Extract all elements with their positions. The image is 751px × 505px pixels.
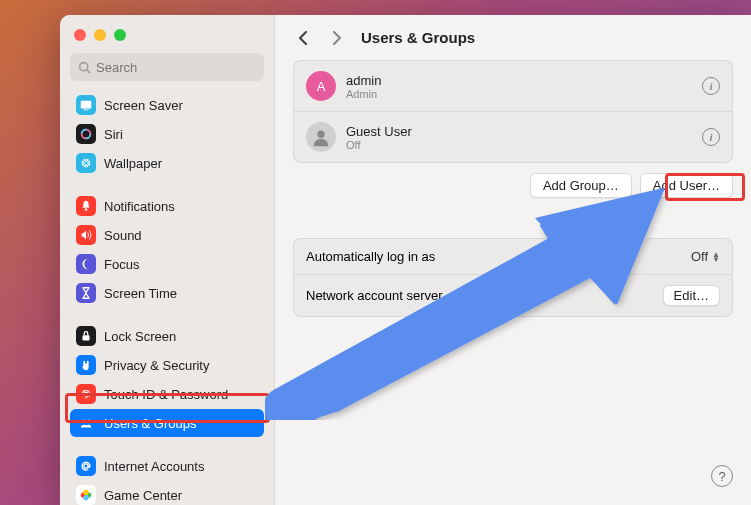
maximize-button[interactable] xyxy=(114,29,126,41)
forward-button[interactable] xyxy=(327,30,347,46)
svg-point-10 xyxy=(87,420,91,424)
autologin-row[interactable]: Automatically log in as Off ▲▼ xyxy=(294,239,732,275)
search-field[interactable] xyxy=(70,53,264,81)
sidebar-item-label: Game Center xyxy=(104,488,182,503)
screensaver-icon xyxy=(76,95,96,115)
sidebar-item-label: Focus xyxy=(104,257,139,272)
chevron-updown-icon: ▲▼ xyxy=(712,252,720,262)
fingerprint-icon xyxy=(76,384,96,404)
info-icon[interactable]: i xyxy=(702,128,720,146)
window-controls xyxy=(70,25,264,53)
sidebar-item-screen-time[interactable]: Screen Time xyxy=(70,279,264,307)
svg-point-9 xyxy=(83,420,87,424)
header: Users & Groups xyxy=(293,29,733,46)
sidebar-item-label: Lock Screen xyxy=(104,329,176,344)
sidebar-item-label: Screen Saver xyxy=(104,98,183,113)
bell-icon xyxy=(76,196,96,216)
sidebar-item-internet-accounts[interactable]: Internet Accounts xyxy=(70,452,264,480)
svg-point-0 xyxy=(80,62,88,70)
avatar xyxy=(306,122,336,152)
sidebar-item-notifications[interactable]: Notifications xyxy=(70,192,264,220)
svg-point-15 xyxy=(83,495,88,500)
svg-rect-8 xyxy=(83,335,90,340)
at-icon xyxy=(76,456,96,476)
sidebar-item-game-center[interactable]: Game Center xyxy=(70,481,264,505)
search-input[interactable] xyxy=(96,60,256,75)
button-row: Add Group… Add User… xyxy=(293,173,733,198)
sidebar-item-users-groups[interactable]: Users & Groups xyxy=(70,409,264,437)
user-role: Off xyxy=(346,139,702,151)
help-button[interactable]: ? xyxy=(711,465,733,487)
svg-point-16 xyxy=(317,131,324,138)
system-settings-window: Screen SaverSiriWallpaperNotificationsSo… xyxy=(60,15,751,505)
gamectr-icon xyxy=(76,485,96,505)
info-icon[interactable]: i xyxy=(702,77,720,95)
edit-button[interactable]: Edit… xyxy=(663,285,720,306)
sidebar-item-label: Wallpaper xyxy=(104,156,162,171)
user-role: Admin xyxy=(346,88,702,100)
user-name: admin xyxy=(346,73,702,88)
wallpaper-icon xyxy=(76,153,96,173)
sidebar-item-label: Screen Time xyxy=(104,286,177,301)
svg-rect-3 xyxy=(83,109,88,110)
search-icon xyxy=(78,61,91,74)
page-title: Users & Groups xyxy=(361,29,475,46)
settings-box: Automatically log in as Off ▲▼ Network a… xyxy=(293,238,733,317)
user-name: Guest User xyxy=(346,124,702,139)
sidebar-item-lock-screen[interactable]: Lock Screen xyxy=(70,322,264,350)
sidebar-item-label: Touch ID & Password xyxy=(104,387,228,402)
add-group-button[interactable]: Add Group… xyxy=(530,173,632,198)
network-server-row: Network account server Edit… xyxy=(294,275,732,316)
sidebar-item-privacy-security[interactable]: Privacy & Security xyxy=(70,351,264,379)
users-list: A admin Admin i Guest User Off i xyxy=(293,60,733,163)
user-row-admin[interactable]: A admin Admin i xyxy=(294,61,732,112)
guest-silhouette-icon xyxy=(310,126,332,148)
network-server-label: Network account server xyxy=(306,288,443,303)
lock-icon xyxy=(76,326,96,346)
hourglass-icon xyxy=(76,283,96,303)
main-content: Users & Groups A admin Admin i Guest Use… xyxy=(275,15,751,505)
close-button[interactable] xyxy=(74,29,86,41)
speaker-icon xyxy=(76,225,96,245)
back-button[interactable] xyxy=(293,30,313,46)
minimize-button[interactable] xyxy=(94,29,106,41)
autologin-label: Automatically log in as xyxy=(306,249,435,264)
sidebar-item-wallpaper[interactable]: Wallpaper xyxy=(70,149,264,177)
avatar: A xyxy=(306,71,336,101)
sidebar-item-label: Users & Groups xyxy=(104,416,196,431)
sidebar-item-label: Siri xyxy=(104,127,123,142)
sidebar-item-sound[interactable]: Sound xyxy=(70,221,264,249)
svg-line-1 xyxy=(87,69,90,72)
sidebar-item-screen-saver[interactable]: Screen Saver xyxy=(70,91,264,119)
moon-icon xyxy=(76,254,96,274)
svg-point-14 xyxy=(83,490,88,495)
sidebar-item-siri[interactable]: Siri xyxy=(70,120,264,148)
sidebar: Screen SaverSiriWallpaperNotificationsSo… xyxy=(60,15,275,505)
people-icon xyxy=(76,413,96,433)
sidebar-item-label: Sound xyxy=(104,228,142,243)
sidebar-item-label: Notifications xyxy=(104,199,175,214)
siri-icon xyxy=(76,124,96,144)
autologin-value[interactable]: Off ▲▼ xyxy=(691,249,720,264)
sidebar-list: Screen SaverSiriWallpaperNotificationsSo… xyxy=(70,91,264,505)
sidebar-item-label: Privacy & Security xyxy=(104,358,209,373)
svg-rect-2 xyxy=(81,101,92,109)
sidebar-item-label: Internet Accounts xyxy=(104,459,204,474)
user-row-guest[interactable]: Guest User Off i xyxy=(294,112,732,162)
hand-icon xyxy=(76,355,96,375)
sidebar-item-touch-id-password[interactable]: Touch ID & Password xyxy=(70,380,264,408)
svg-point-7 xyxy=(85,208,88,211)
add-user-button[interactable]: Add User… xyxy=(640,173,733,198)
sidebar-item-focus[interactable]: Focus xyxy=(70,250,264,278)
